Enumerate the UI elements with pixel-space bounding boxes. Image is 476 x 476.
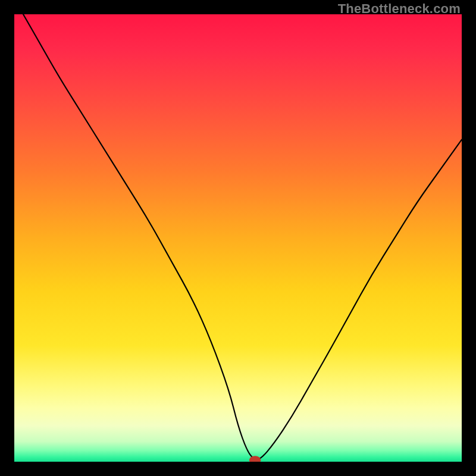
- bottleneck-chart: [14, 14, 462, 462]
- watermark-text: TheBottleneck.com: [338, 1, 461, 17]
- chart-frame: [14, 14, 462, 462]
